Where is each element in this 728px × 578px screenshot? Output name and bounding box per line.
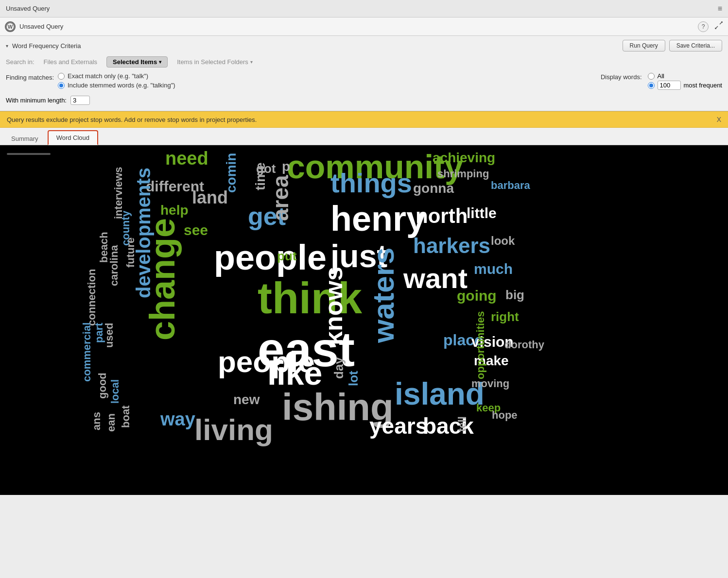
search-tab-selected[interactable]: Selected Items ▾ <box>106 56 168 68</box>
radio-exact-icon[interactable] <box>58 73 65 80</box>
search-tab-folders[interactable]: Items in Selected Folders ▾ <box>171 56 259 68</box>
cloud-word[interactable]: gonna <box>413 182 454 195</box>
most-frequent-label: most frequent <box>684 82 723 89</box>
query-header-title: Unsaved Query <box>19 23 694 30</box>
cloud-word[interactable]: land <box>192 189 228 206</box>
cloud-word[interactable]: waters <box>368 248 399 343</box>
cloud-word[interactable]: connection <box>87 269 97 326</box>
warning-text: Query results exclude project stop words… <box>7 116 257 123</box>
cloud-word[interactable]: shrimping <box>437 169 489 179</box>
cloud-word[interactable]: hope <box>492 410 518 421</box>
cloud-word[interactable]: going <box>457 289 497 303</box>
svg-line-3 <box>720 22 722 24</box>
warning-banner: Query results exclude project stop words… <box>0 111 728 128</box>
display-all-label: All <box>658 72 664 80</box>
radio-stemmed[interactable]: Include stemmed words (e.g. "talking") <box>58 82 175 89</box>
count-input[interactable] <box>658 81 681 90</box>
cloud-word[interactable]: ean <box>106 413 117 432</box>
tab-summary[interactable]: Summary <box>3 132 47 145</box>
cloud-word[interactable]: need <box>165 149 208 168</box>
min-length-input[interactable] <box>70 96 90 105</box>
cloud-word[interactable]: right <box>491 310 519 323</box>
radio-exact-match[interactable]: Exact match only (e.g. "talk") <box>58 72 175 80</box>
radio-stemmed-label: Include stemmed words (e.g. "talking") <box>68 82 175 89</box>
cloud-word[interactable]: henry <box>330 201 426 236</box>
save-criteria-button[interactable]: Save Criteria... <box>669 40 722 51</box>
cloud-word[interactable]: little <box>467 206 497 221</box>
cloud-word[interactable]: much <box>474 262 513 276</box>
help-button[interactable]: ? <box>698 21 709 32</box>
finding-matches-section: Finding matches: Exact match only (e.g. … <box>6 72 175 89</box>
selected-items-arrow-icon: ▾ <box>159 59 161 65</box>
cloud-word[interactable]: years <box>369 415 428 437</box>
run-query-button[interactable]: Run Query <box>623 40 665 51</box>
cloud-word[interactable]: harkers <box>413 235 490 256</box>
cloud-word[interactable]: barbara <box>491 180 530 191</box>
cloud-word[interactable]: lot <box>347 371 360 386</box>
display-count-row[interactable]: most frequent <box>648 81 723 90</box>
criteria-title: Word Frequency Criteria <box>12 42 81 50</box>
finding-matches-label: Finding matches: <box>6 74 54 81</box>
cloud-word[interactable]: north <box>416 206 468 226</box>
query-header: W Unsaved Query ? <box>0 17 728 36</box>
svg-line-2 <box>715 26 718 29</box>
criteria-chevron-icon[interactable]: ▾ <box>6 43 8 49</box>
expand-button[interactable] <box>714 21 723 32</box>
word-cloud-area: communityachievingneedgotpshrimpingthing… <box>0 145 728 495</box>
cloud-word[interactable]: put <box>277 250 296 262</box>
criteria-header: ▾ Word Frequency Criteria Run Query Save… <box>6 40 722 51</box>
display-words-section: Display words: All most frequent <box>601 72 722 90</box>
cloud-word[interactable]: look <box>491 235 515 247</box>
cloud-word[interactable]: big <box>505 289 524 301</box>
selected-items-label: Selected Items <box>113 58 157 66</box>
cloud-word[interactable]: moving <box>471 378 509 389</box>
radio-stemmed-icon[interactable] <box>58 82 65 89</box>
cloud-word[interactable]: local <box>110 379 121 404</box>
cloud-word[interactable]: day <box>332 357 345 379</box>
cloud-word[interactable]: comin <box>225 153 238 193</box>
tab-word-cloud[interactable]: Word Cloud <box>48 130 98 145</box>
cloud-word[interactable]: used <box>104 323 115 348</box>
cloud-word[interactable]: commercial <box>82 323 92 382</box>
min-length-row: With minimum length: <box>6 96 175 105</box>
cloud-word[interactable]: see <box>184 223 208 238</box>
cloud-word[interactable]: way <box>160 410 195 428</box>
query-icon: W <box>5 21 16 32</box>
scrollbar-indicator <box>7 153 51 155</box>
cloud-word[interactable]: opportunities <box>475 311 486 379</box>
cloud-word[interactable]: ans <box>91 412 102 430</box>
cloud-word[interactable]: carolina <box>109 245 120 286</box>
cloud-word[interactable]: things <box>330 170 412 197</box>
warning-close-button[interactable]: X <box>717 116 721 123</box>
search-tab-files[interactable]: Files and Externals <box>37 56 104 68</box>
cloud-word[interactable]: like <box>267 357 322 390</box>
cloud-word[interactable]: change <box>145 218 180 340</box>
folders-label: Items in Selected Folders <box>177 58 248 66</box>
cloud-word[interactable]: living <box>194 415 273 445</box>
cloud-word[interactable]: time <box>254 162 267 190</box>
display-all-row[interactable]: All <box>648 72 723 80</box>
criteria-title-row: ▾ Word Frequency Criteria <box>6 42 81 50</box>
radio-count-icon[interactable] <box>648 82 655 89</box>
title-bar: Unsaved Query ≡ <box>0 0 728 17</box>
cloud-word[interactable]: area <box>269 175 292 221</box>
cloud-word[interactable]: people <box>214 240 327 275</box>
search-in-row: Search in: Files and Externals Selected … <box>6 56 722 68</box>
radio-all-icon[interactable] <box>648 73 655 80</box>
menu-icon[interactable]: ≡ <box>718 4 722 13</box>
cloud-word[interactable]: good <box>97 373 108 399</box>
cloud-word[interactable]: boat <box>121 406 131 428</box>
cloud-word[interactable]: achieving <box>433 151 495 165</box>
search-in-label: Search in: <box>6 58 35 66</box>
svg-text:W: W <box>8 24 13 30</box>
cloud-word[interactable]: p <box>282 160 290 173</box>
cloud-word[interactable]: new <box>233 393 260 407</box>
criteria-buttons: Run Query Save Criteria... <box>623 40 722 51</box>
window-title: Unsaved Query <box>6 5 50 12</box>
cloud-word[interactable]: tell <box>457 416 468 432</box>
options-row: Finding matches: Exact match only (e.g. … <box>6 72 722 105</box>
min-length-label: With minimum length: <box>6 97 67 104</box>
display-words-options: All most frequent <box>648 72 723 90</box>
cloud-word[interactable]: help <box>160 204 189 217</box>
cloud-word[interactable]: dorothy <box>504 340 544 350</box>
